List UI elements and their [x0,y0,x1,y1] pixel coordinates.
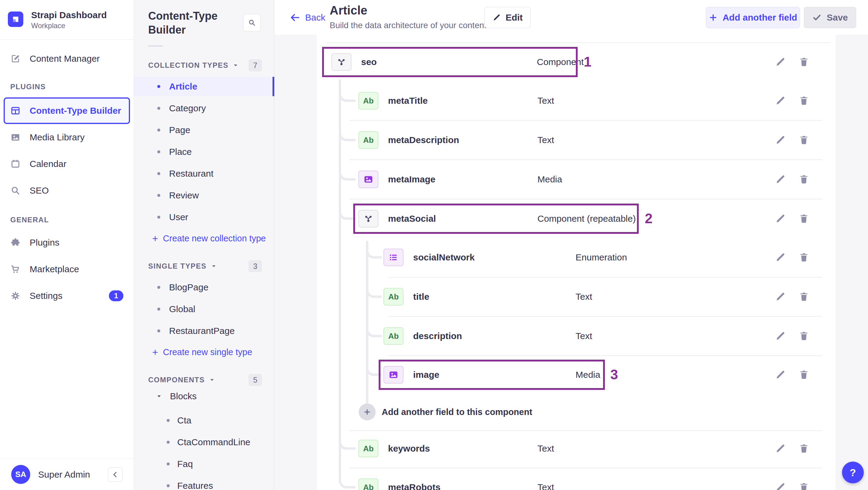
delete-field-button[interactable] [799,95,809,106]
edit-field-button[interactable] [775,57,786,67]
bullet-icon [157,194,160,197]
delete-field-button[interactable] [799,252,809,263]
field-name: description [413,320,462,353]
field-type: Text [576,320,592,353]
content-type-item-page[interactable]: Page [134,120,274,140]
annotation-number-2: 2 [645,210,653,226]
group-label: Blocks [170,391,196,401]
tree-connector-elbow [339,87,356,102]
section-header-components[interactable]: COMPONENTS5 [148,373,262,387]
content-type-item-review[interactable]: Review [134,186,274,205]
delete-field-button[interactable] [799,291,809,302]
content-type-item-restaurantpage[interactable]: RestaurantPage [134,321,274,341]
edit-field-button[interactable] [775,252,786,263]
field-name: metaTitle [388,84,428,117]
sidebar-item-label: Content-Type Builder [30,105,121,116]
edit-field-button[interactable] [775,291,786,302]
tree-connector-elbow [366,283,382,298]
edit-field-button[interactable] [775,95,786,106]
field-type: Text [576,280,592,313]
delete-field-button[interactable] [799,174,809,185]
page-title: Article [330,4,368,17]
sidebar-item-content-type-builder[interactable]: Content-Type Builder [4,97,130,124]
puzzle-icon [10,238,21,248]
edit-button[interactable]: Edit [485,7,530,28]
help-button[interactable]: ? [842,462,864,483]
section-header-single-types[interactable]: SINGLE TYPES3 [148,259,262,273]
bullet-icon [167,462,170,465]
main-sidebar: Strapi Dashboard Workplace Content Manag… [0,0,134,490]
edit-label: Edit [506,12,523,23]
section-items: BlogPageGlobalRestaurantPage [134,278,274,341]
delete-field-button[interactable] [799,57,809,67]
collapse-sidebar-button[interactable] [108,467,123,482]
avatar[interactable]: SA [11,465,30,484]
edit-field-button[interactable] [775,134,786,146]
delete-field-button[interactable] [799,134,809,146]
content-type-item-global[interactable]: Global [134,300,274,319]
component-group-blocks[interactable]: Blocks [134,387,274,406]
tree-connector-elbow [339,474,356,489]
edit-field-button[interactable] [775,482,786,490]
section-count-badge: 3 [249,260,262,272]
field-row-description: AbdescriptionText [383,320,822,353]
add-another-field-button[interactable]: Add another field [706,7,800,28]
nav-section-label-plugins: PLUGINS [4,82,130,91]
content-type-item-restaurant[interactable]: Restaurant [134,164,274,183]
sidebar-item-settings[interactable]: Settings1 [4,282,130,309]
edit-field-button[interactable] [775,369,786,380]
content-type-item-place[interactable]: Place [134,142,274,161]
field-type: Enumeration [576,241,627,274]
section-count-badge: 5 [249,374,262,386]
section-title: COMPONENTS [148,376,205,384]
search-button[interactable] [243,14,261,31]
delete-field-button[interactable] [799,369,809,380]
row-divider [389,356,822,356]
sidebar-item-marketplace[interactable]: Marketplace [4,256,130,282]
annotation-number-3: 3 [610,366,618,382]
delete-field-button[interactable] [799,331,809,341]
sidebar-item-plugins[interactable]: Plugins [4,229,130,256]
delete-field-button[interactable] [799,443,809,454]
create-new-create-new-collection-type[interactable]: +Create new collection type [134,229,274,247]
component-field-icon [359,210,378,227]
delete-field-button[interactable] [799,482,809,490]
app-name: Strapi Dashboard [31,10,107,21]
section-header-collection-types[interactable]: COLLECTION TYPES7 [148,59,262,72]
pencil-icon [492,13,501,22]
main-nav: Content ManagerPLUGINSContent-Type Build… [0,40,134,309]
bullet-icon [157,128,160,131]
edit-field-button[interactable] [775,331,786,341]
save-button[interactable]: Save [804,7,856,28]
tree-connector-elbow [366,244,382,258]
content-type-item-category[interactable]: Category [134,99,274,118]
sidebar-item-media-library[interactable]: Media Library [4,124,130,151]
edit-field-button[interactable] [775,174,786,185]
edit-field-button[interactable] [775,443,786,454]
sidebar-item-seo[interactable]: SEO [4,177,130,204]
edit-field-button[interactable] [775,213,786,224]
delete-field-button[interactable] [799,213,809,224]
field-type: Component [537,46,584,78]
field-row-metasocial: metaSocialComponent (repeatable) [359,202,822,235]
enumeration-field-icon [383,249,403,266]
media-field-icon [383,366,403,384]
back-link[interactable]: Back [289,12,326,23]
content-type-item-article[interactable]: Article [134,77,274,96]
chevron-down-icon [156,393,162,399]
component-item-faq[interactable]: Faq [134,454,274,474]
content-type-item-user[interactable]: User [134,208,274,227]
component-item-cta[interactable]: Cta [134,411,274,430]
content-type-label: RestaurantPage [169,326,235,336]
plus-icon: + [152,347,158,357]
section-title: COLLECTION TYPES [148,61,228,69]
component-item-features[interactable]: Features [134,476,274,490]
content-type-item-blogpage[interactable]: BlogPage [134,278,274,297]
component-item-ctacommandline[interactable]: CtaCommandLine [134,432,274,452]
section-count-badge: 7 [249,59,262,71]
sidebar-item-calendar[interactable]: Calendar [4,151,130,177]
add-field-to-component-button[interactable] [359,403,376,421]
create-new-create-new-single-type[interactable]: +Create new single type [134,343,274,361]
add-field-to-component-label[interactable]: Add another field to this component [382,403,532,421]
sidebar-item-content-manager[interactable]: Content Manager [4,45,130,72]
